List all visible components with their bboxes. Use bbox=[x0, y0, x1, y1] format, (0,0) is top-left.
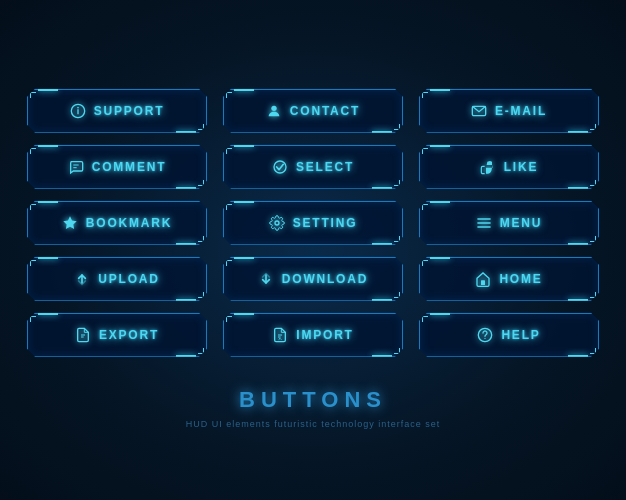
upload-icon bbox=[74, 271, 90, 287]
mail-icon bbox=[471, 103, 487, 119]
comment-icon bbox=[68, 159, 84, 175]
export-label: EXPORT bbox=[99, 328, 159, 342]
menu-icon bbox=[476, 215, 492, 231]
import-icon bbox=[272, 327, 288, 343]
export-button[interactable]: EXPORT bbox=[27, 313, 207, 357]
setting-label: SETTING bbox=[293, 216, 358, 230]
help-label: HELP bbox=[501, 328, 540, 342]
thumbsup-icon bbox=[480, 159, 496, 175]
gear-icon bbox=[269, 215, 285, 231]
svg-rect-15 bbox=[481, 280, 485, 285]
svg-point-7 bbox=[274, 161, 286, 173]
download-label: DOWNLOAD bbox=[282, 272, 368, 286]
info-icon bbox=[70, 103, 86, 119]
button-grid: SUPPORT CONTACT E-MAIL COMMENT SELECT bbox=[7, 69, 619, 377]
svg-point-21 bbox=[485, 337, 486, 338]
contact-button[interactable]: CONTACT bbox=[223, 89, 403, 133]
footer-subtitle: HUD UI elements futuristic technology in… bbox=[186, 417, 441, 431]
select-button[interactable]: SELECT bbox=[223, 145, 403, 189]
menu-button[interactable]: MENU bbox=[419, 201, 599, 245]
upload-button[interactable]: UPLOAD bbox=[27, 257, 207, 301]
svg-point-2 bbox=[77, 107, 79, 109]
import-label: IMPORT bbox=[296, 328, 353, 342]
email-label: E-MAIL bbox=[495, 104, 547, 118]
download-icon bbox=[258, 271, 274, 287]
bookmark-button[interactable]: BOOKMARK bbox=[27, 201, 207, 245]
like-label: LIKE bbox=[504, 160, 539, 174]
bookmark-label: BOOKMARK bbox=[86, 216, 172, 230]
footer-title: BUTTONS bbox=[239, 387, 387, 413]
star-icon bbox=[62, 215, 78, 231]
upload-label: UPLOAD bbox=[98, 272, 159, 286]
like-button[interactable]: LIKE bbox=[419, 145, 599, 189]
home-label: HOME bbox=[499, 272, 542, 286]
download-button[interactable]: DOWNLOAD bbox=[223, 257, 403, 301]
person-icon bbox=[266, 103, 282, 119]
home-button[interactable]: HOME bbox=[419, 257, 599, 301]
import-button[interactable]: IMPORT bbox=[223, 313, 403, 357]
email-button[interactable]: E-MAIL bbox=[419, 89, 599, 133]
footer: BUTTONS HUD UI elements futuristic techn… bbox=[186, 387, 441, 431]
contact-label: CONTACT bbox=[290, 104, 360, 118]
support-label: SUPPORT bbox=[94, 104, 165, 118]
svg-point-3 bbox=[271, 105, 276, 110]
comment-label: COMMENT bbox=[92, 160, 167, 174]
svg-point-9 bbox=[275, 221, 279, 225]
select-label: SELECT bbox=[296, 160, 354, 174]
svg-marker-8 bbox=[63, 216, 76, 229]
setting-button[interactable]: SETTING bbox=[223, 201, 403, 245]
comment-button[interactable]: COMMENT bbox=[27, 145, 207, 189]
export-icon bbox=[75, 327, 91, 343]
checkmark-icon bbox=[272, 159, 288, 175]
home-icon bbox=[475, 271, 491, 287]
menu-label: MENU bbox=[500, 216, 543, 230]
help-icon bbox=[477, 327, 493, 343]
help-button[interactable]: HELP bbox=[419, 313, 599, 357]
support-button[interactable]: SUPPORT bbox=[27, 89, 207, 133]
